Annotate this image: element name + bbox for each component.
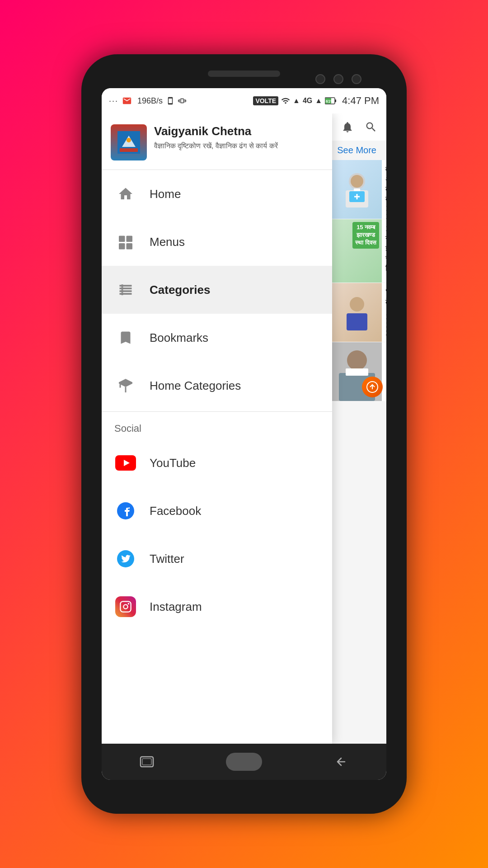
nav-label-twitter: Twitter (150, 552, 184, 566)
nav-item-home[interactable]: Home (102, 170, 332, 218)
vibrate-icon (178, 97, 186, 105)
facebook-icon (114, 500, 137, 522)
svg-rect-40 (346, 368, 368, 376)
signal-icon: ▲ (293, 97, 300, 105)
nav-item-instagram[interactable]: Instagram (102, 583, 332, 631)
nav-item-twitter[interactable]: Twitter (102, 535, 332, 583)
app-logo-image (111, 124, 147, 160)
instagram-icon (114, 595, 137, 618)
svg-rect-25 (120, 601, 131, 612)
network-speed: 196B/s (137, 96, 163, 106)
app-topbar (332, 113, 386, 141)
svg-rect-8 (127, 236, 133, 242)
article-item[interactable]: 15 नवम्बझारखण्डस्था दिवस 15 नवम्बर झारखण… (332, 219, 386, 283)
svg-rect-44 (142, 759, 151, 765)
nav-label-categories: Categories (150, 283, 210, 297)
status-time: 4:47 PM (342, 95, 379, 107)
nav-label-facebook: Facebook (150, 504, 201, 518)
phone-camera-right (333, 74, 343, 84)
article-text (382, 342, 386, 401)
status-left: ··· 196B/s (109, 96, 253, 106)
svg-rect-5 (120, 148, 138, 152)
svg-point-31 (351, 175, 363, 188)
phone-screen: ··· 196B/s VOLTE ▲ 4G ▲ (102, 88, 386, 780)
article-title: वर्ष : अब काफी दू... (385, 165, 386, 204)
article-item[interactable] (332, 342, 386, 401)
article-item[interactable]: 'दिवस' के ... 15-11-2021 (332, 283, 386, 342)
svg-rect-9 (119, 243, 125, 250)
divider (102, 411, 332, 412)
nav-item-home-categories[interactable]: Home Categories (102, 362, 332, 410)
drawer-header: Vaigyanik Chetna वैज्ञानिक दृष्टिकोण रखे… (102, 113, 332, 170)
svg-rect-30 (354, 189, 360, 191)
article-thumbnail (332, 283, 382, 342)
gmail-icon (122, 96, 132, 106)
search-icon[interactable] (363, 117, 379, 137)
svg-text:61%: 61% (326, 99, 334, 104)
article-text: 15 नवम्बर झारखण्ड स्थापना दिवस (382, 219, 386, 283)
youtube-icon (114, 452, 137, 474)
article-thumbnail (332, 160, 382, 219)
svg-point-18 (121, 292, 124, 295)
article-title: 'दिवस' के ... (385, 288, 386, 307)
nav-label-menus: Menus (150, 235, 185, 249)
article-item[interactable]: वर्ष : अब काफी दू... 17-11-2021 (332, 160, 386, 219)
home-icon (114, 183, 137, 205)
phone-front-camera (352, 74, 361, 84)
notification-icon[interactable] (339, 117, 356, 137)
nav-item-facebook[interactable]: Facebook (102, 487, 332, 535)
svg-point-27 (128, 603, 130, 605)
navigation-drawer: Vaigyanik Chetna वैज्ञानिक दृष्टिकोण रखे… (102, 113, 332, 744)
home-button[interactable] (226, 753, 262, 771)
floating-action-button[interactable] (362, 377, 383, 397)
menus-icon (114, 231, 137, 253)
svg-point-15 (121, 284, 124, 287)
status-bar: ··· 196B/s VOLTE ▲ 4G ▲ (102, 88, 386, 113)
twitter-icon (114, 547, 137, 570)
nav-item-youtube[interactable]: YouTube (102, 439, 332, 487)
svg-rect-7 (119, 236, 125, 242)
4g-badge: 4G (303, 97, 312, 105)
volte-badge: VOLTE (253, 96, 278, 105)
article-text: वर्ष : अब काफी दू... 17-11-2021 (382, 160, 386, 219)
nav-list: Home Menus (102, 170, 332, 744)
app-logo (111, 124, 147, 160)
svg-point-26 (123, 604, 127, 609)
svg-rect-1 (335, 99, 336, 102)
social-section-label: Social (102, 414, 332, 439)
back-button[interactable] (327, 748, 354, 775)
article-date: 17-11-2021 (385, 204, 386, 219)
app-info: Vaigyanik Chetna वैज्ञानिक दृष्टिकोण रखे… (154, 124, 323, 151)
phone-icon (166, 97, 174, 105)
home-categories-icon (114, 374, 137, 397)
nav-item-bookmarks[interactable]: Bookmarks (102, 314, 332, 362)
article-text: 'दिवस' के ... 15-11-2021 (382, 283, 386, 342)
article-thumbnail: 15 नवम्बझारखण्डस्था दिवस (332, 219, 382, 283)
bottom-navigation (102, 744, 386, 780)
see-more-button[interactable]: See More (333, 142, 381, 158)
articles-list: वर्ष : अब काफी दू... 17-11-2021 15 नवम्ब… (332, 160, 386, 401)
nav-label-bookmarks: Bookmarks (150, 331, 208, 345)
phone-speaker (208, 71, 280, 77)
notification-dots-icon: ··· (109, 96, 118, 106)
nav-item-menus[interactable]: Menus (102, 218, 332, 266)
nav-label-home-categories: Home Categories (150, 379, 241, 393)
bg-app-content: See More (332, 113, 386, 744)
phone-camera-left (315, 74, 325, 84)
nav-item-categories[interactable]: Categories (102, 266, 332, 314)
svg-point-16 (121, 287, 124, 290)
categories-icon (114, 278, 137, 301)
svg-point-35 (350, 297, 364, 311)
app-name: Vaigyanik Chetna (154, 124, 323, 138)
nav-label-instagram: Instagram (150, 600, 202, 614)
battery-icon: 61% (325, 97, 337, 105)
svg-point-17 (121, 290, 124, 292)
status-right: VOLTE ▲ 4G ▲ 61% 4:47 PM (253, 95, 379, 107)
recent-apps-button[interactable] (134, 748, 161, 775)
article-title: 15 नवम्बर झारखण्ड स्थापना दिवस (385, 224, 386, 274)
screen-content: Vaigyanik Chetna वैज्ञानिक दृष्टिकोण रखे… (102, 113, 386, 744)
svg-point-38 (347, 350, 367, 370)
svg-rect-10 (127, 243, 133, 250)
nav-label-youtube: YouTube (150, 456, 196, 470)
bookmarks-icon (114, 326, 137, 349)
